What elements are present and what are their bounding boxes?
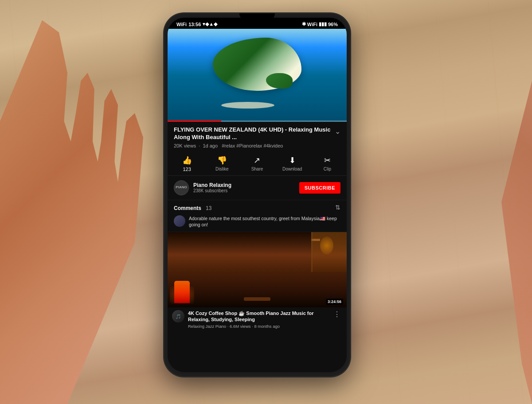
scissors-icon: ✂: [324, 155, 331, 165]
fireplace: [174, 281, 190, 303]
channel-row: PIANO Piano Relaxing 238K subscribers SU…: [168, 176, 347, 200]
comments-sort-icon[interactable]: ⇅: [335, 204, 340, 211]
subscribe-button[interactable]: SUBSCRIBE: [299, 182, 340, 194]
video-meta: 20K views · 1d ago #relax #Pianorelax #4…: [174, 143, 340, 148]
bluetooth-icon: ✱: [302, 21, 306, 27]
next-video-menu-icon[interactable]: ⋮: [332, 310, 342, 329]
video-info: FLYING OVER NEW ZEALAND (4K UHD) - Relax…: [168, 122, 347, 152]
download-label: Download: [282, 167, 302, 171]
next-video-details: 4K Cozy Coffee Shop ☕ Smooth Piano Jazz …: [188, 310, 328, 329]
thumbs-down-icon: 👎: [217, 155, 227, 165]
signal-strength-icon: ▮▮▮: [319, 21, 327, 27]
video-duration: 3:24:56: [326, 299, 343, 305]
channel-subscribers: 238K subscribers: [193, 188, 299, 193]
channel-info: Piano Relaxing 238K subscribers: [193, 182, 299, 193]
clip-label: Clip: [324, 167, 331, 171]
next-video-title[interactable]: 4K Cozy Coffee Shop ☕ Smooth Piano Jazz …: [188, 310, 328, 323]
thumbs-up-icon: 👍: [182, 155, 192, 165]
video-progress-container[interactable]: [168, 120, 347, 122]
share-label: Share: [251, 167, 263, 171]
next-video-views: 6.6M views: [230, 324, 251, 329]
phone-screen: WiFi 13:56 ▾◆▲◆ ✱ WiFi ▮▮▮ 96%: [168, 18, 347, 372]
battery-level: 96%: [328, 22, 338, 27]
island-small: [266, 73, 293, 89]
share-icon: ↗: [254, 155, 260, 165]
video-thumbnail[interactable]: [168, 29, 347, 122]
video-views: 20K views: [174, 143, 196, 148]
comments-count: 13: [206, 205, 211, 211]
next-video-channel: Relaxing Jazz Piano: [188, 324, 226, 329]
video-progress-fill: [168, 120, 221, 122]
dislike-button[interactable]: 👎 Dislike: [211, 155, 233, 171]
comments-header: Comments 13 ⇅: [174, 204, 340, 212]
phone-notch: [239, 13, 275, 21]
status-right: ✱ WiFi ▮▮▮ 96%: [302, 21, 338, 27]
chevron-down-icon[interactable]: ⌄: [335, 127, 340, 136]
share-button[interactable]: ↗ Share: [246, 155, 268, 171]
commenter-avatar: [174, 215, 185, 227]
comments-section: Comments 13 ⇅ Adorable nature the most s…: [168, 200, 347, 232]
like-count: 123: [183, 167, 191, 172]
status-time: 13:56: [188, 22, 201, 27]
dislike-label: Dislike: [215, 167, 228, 171]
download-icon: ⬇: [289, 155, 296, 165]
video-title-row: FLYING OVER NEW ZEALAND (4K UHD) - Relax…: [174, 126, 340, 141]
download-button[interactable]: ⬇ Download: [281, 155, 303, 171]
channel-name[interactable]: Piano Relaxing: [193, 182, 299, 188]
next-channel-avatar: 🎵: [172, 310, 184, 322]
comments-title-group: Comments 13: [174, 204, 211, 212]
signal-icons: ▾◆▲◆: [203, 21, 217, 27]
status-left: WiFi 13:56 ▾◆▲◆: [176, 21, 217, 27]
clip-button[interactable]: ✂ Clip: [316, 155, 338, 171]
video-time-ago: 1d ago: [203, 143, 218, 148]
video-title: FLYING OVER NEW ZEALAND (4K UHD) - Relax…: [174, 126, 335, 141]
like-button[interactable]: 👍 123: [176, 155, 198, 172]
next-video-info-row: 🎵 4K Cozy Coffee Shop ☕ Smooth Piano Jaz…: [168, 307, 347, 331]
coffee-table: [244, 297, 270, 301]
next-video-meta: Relaxing Jazz Piano · 6.6M views · 8 mon…: [188, 324, 328, 329]
next-video-age: 8 months ago: [254, 324, 280, 329]
phone-wrapper: WiFi 13:56 ▾◆▲◆ ✱ WiFi ▮▮▮ 96%: [164, 13, 350, 377]
wifi-icon: WiFi: [176, 22, 187, 27]
next-video-thumbnail: 3:24:56: [168, 232, 347, 307]
phone-body: WiFi 13:56 ▾◆▲◆ ✱ WiFi ▮▮▮ 96%: [164, 13, 350, 377]
comment-text: Adorable nature the most southest countr…: [189, 215, 340, 228]
comments-title: Comments: [174, 205, 201, 211]
comment-preview: Adorable nature the most southest countr…: [174, 215, 340, 228]
coffee-shop-scene: [168, 232, 347, 307]
wifi-strength-icon: WiFi: [307, 22, 317, 27]
next-video-section[interactable]: 3:24:56 🎵 4K Cozy Coffee Shop ☕ Smooth P…: [168, 232, 347, 372]
action-buttons-row: 👍 123 👎 Dislike ↗ Share ⬇ Download ✂: [168, 152, 347, 176]
beach-strip: [221, 102, 274, 109]
video-tags: #relax #Pianorelax #4kvideo: [222, 143, 283, 148]
channel-avatar[interactable]: PIANO: [174, 180, 189, 195]
channel-avatar-text: PIANO: [176, 186, 187, 190]
